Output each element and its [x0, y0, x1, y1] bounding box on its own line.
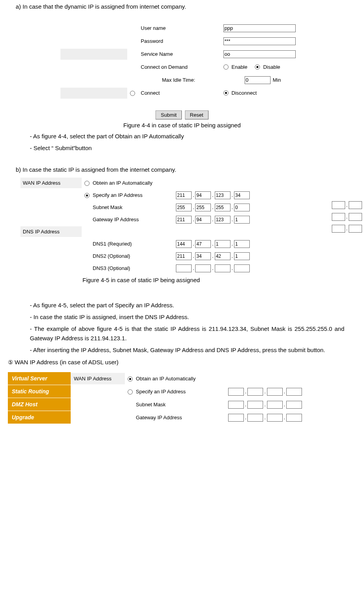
dot: . — [231, 193, 233, 198]
ip-input[interactable] — [195, 252, 211, 260]
ip-input[interactable] — [215, 252, 230, 260]
ip-input[interactable] — [234, 252, 250, 260]
connect-radio[interactable] — [130, 91, 135, 96]
dot: . — [346, 214, 348, 220]
ip-input[interactable] — [195, 216, 211, 224]
username-input[interactable] — [223, 24, 296, 32]
ip-input[interactable] — [286, 414, 302, 422]
reset-button[interactable]: Reset — [185, 110, 209, 119]
ip-input[interactable] — [234, 264, 250, 272]
disconnect-label: Disconnect — [232, 90, 257, 96]
specify-radio[interactable] — [84, 193, 90, 198]
service-name-input[interactable] — [223, 50, 296, 58]
ip-input[interactable] — [247, 388, 263, 396]
dot: . — [245, 389, 247, 395]
dot: . — [212, 253, 214, 259]
username-label: User name — [139, 25, 223, 31]
bullet-b2: - In case the static IP is assigned, ins… — [30, 312, 356, 322]
wan-ip-header: WAN IP Address — [20, 178, 82, 189]
fig46-specify-label: Specify an IP Address — [136, 389, 228, 395]
sidebar-item-static-routing[interactable]: Static Routing — [8, 385, 71, 398]
ip-input[interactable] — [215, 216, 230, 224]
ip-input[interactable] — [286, 401, 302, 409]
ip-input[interactable] — [195, 204, 211, 211]
dns2-group: . . . — [176, 252, 250, 260]
ip-input[interactable] — [234, 204, 250, 211]
fig46-subnet-label: Subnet Mask — [136, 402, 228, 407]
sidebar-item-upgrade[interactable]: Upgrade — [8, 411, 71, 424]
ip-input[interactable] — [267, 388, 283, 396]
fig46-obtain-label: Obtain an IP Automatically — [136, 376, 228, 382]
max-idle-label: Max Idle Time: — [139, 77, 245, 83]
ip-input[interactable] — [176, 204, 192, 211]
dot: . — [231, 266, 233, 271]
ip-input[interactable] — [234, 240, 250, 248]
fig44-leftcell — [60, 62, 128, 73]
ip-input[interactable] — [195, 191, 211, 199]
ip-input[interactable] — [228, 414, 244, 422]
password-input[interactable] — [223, 37, 296, 45]
gateway-label: Gateway IP Address — [93, 217, 176, 222]
dot: . — [284, 402, 285, 407]
specify-ip-group: . . . — [176, 191, 250, 199]
dot: . — [284, 389, 285, 395]
partial-box — [349, 225, 362, 233]
ip-input[interactable] — [176, 216, 192, 224]
bullet-a2: - Select “ Submit”button — [30, 143, 356, 153]
submit-button[interactable]: Submit — [155, 110, 181, 119]
ip-input[interactable] — [176, 240, 192, 248]
ip-input[interactable] — [215, 191, 230, 199]
heading-a: a) In case that the dynamic IP is assign… — [16, 3, 356, 10]
ip-input[interactable] — [195, 240, 211, 248]
dot: . — [231, 253, 233, 259]
dot: . — [264, 415, 266, 420]
section-5-heading: ⑤ WAN IP Address (in case of ADSL user) — [8, 359, 356, 366]
partial-box — [332, 213, 345, 221]
dot: . — [212, 193, 214, 198]
fig46-specify-radio[interactable] — [128, 389, 133, 395]
obtain-radio[interactable] — [84, 181, 90, 186]
dot: . — [284, 415, 285, 420]
ip-input[interactable] — [215, 240, 230, 248]
sidebar-item-dmz-host[interactable]: DMZ Host — [8, 398, 71, 411]
fig46-gateway-group: . . . — [228, 414, 302, 422]
ip-input[interactable] — [176, 264, 192, 272]
ip-input[interactable] — [234, 191, 250, 199]
partial-box — [349, 201, 362, 209]
ip-input[interactable] — [286, 388, 302, 396]
disable-radio[interactable] — [255, 64, 260, 70]
partial-box — [349, 213, 362, 221]
figure-4-5-panel: WAN IP Address Obtein an IP Automaticall… — [20, 177, 280, 274]
max-idle-input[interactable] — [245, 76, 271, 84]
dot: . — [212, 217, 214, 222]
ip-input[interactable] — [247, 414, 263, 422]
ip-input[interactable] — [215, 264, 230, 272]
ip-input[interactable] — [215, 204, 230, 211]
dot: . — [245, 415, 247, 420]
password-label: Password — [139, 38, 223, 44]
disconnect-radio[interactable] — [223, 90, 229, 95]
ip-input[interactable] — [247, 401, 263, 409]
connect-label: Connect — [139, 90, 223, 96]
dot: . — [192, 241, 194, 247]
fig45-leftblank — [20, 251, 82, 261]
dns3-group: . . . — [176, 264, 250, 272]
sidebar-item-virtual-server[interactable]: Virtual Server — [8, 372, 71, 385]
ip-input[interactable] — [195, 264, 211, 272]
ip-input[interactable] — [234, 216, 250, 224]
ip-input[interactable] — [267, 414, 283, 422]
specify-label: Specify an IP Address — [93, 192, 176, 198]
enable-radio[interactable] — [223, 64, 229, 70]
figure-4-4-panel: User name Password Service Name Connect … — [60, 22, 304, 119]
ip-input[interactable] — [267, 401, 283, 409]
ip-input[interactable] — [176, 191, 192, 199]
gateway-group: . . . — [176, 216, 250, 224]
fig46-obtain-radio[interactable] — [128, 376, 133, 382]
dot: . — [192, 217, 194, 222]
fig44-leftcell — [60, 36, 128, 47]
ip-input[interactable] — [176, 252, 192, 260]
fig44-leftcell — [60, 75, 128, 86]
ip-input[interactable] — [228, 401, 244, 409]
bullet-b1: - As figure 4-5, select the part of Spec… — [30, 301, 356, 310]
ip-input[interactable] — [228, 388, 244, 396]
